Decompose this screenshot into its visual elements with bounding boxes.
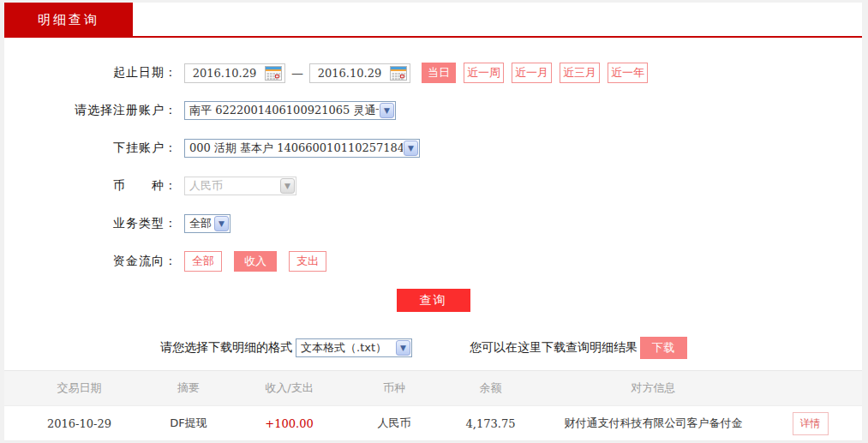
quick-range-month-button[interactable]: 近一月 — [512, 63, 552, 83]
currency-value: 人民币 — [185, 178, 223, 194]
cell-currency: 人民币 — [356, 416, 433, 431]
sub-account-row: 下挂账户： 000 活期 基本户 1406600101102571848 ▼ — [4, 138, 862, 159]
date-range-separator: — — [291, 66, 303, 80]
quick-range-quarter-button[interactable]: 近三月 — [560, 63, 600, 83]
fund-direction-income-button[interactable]: 收入 — [234, 251, 277, 272]
business-type-row: 业务类型： 全部 ▼ — [4, 213, 862, 234]
chevron-down-icon: ▼ — [214, 216, 229, 231]
currency-row: 币 种： 人民币 ▼ — [4, 176, 862, 196]
tab-detail-query[interactable]: 明细查询 — [4, 3, 133, 38]
calendar-icon — [265, 66, 282, 81]
detail-button[interactable]: 详情 — [793, 412, 829, 435]
sub-account-value: 000 活期 基本户 1406600101102571848 — [185, 141, 403, 156]
registered-account-select[interactable]: 南平 6222001406100921065 灵通卡 ▼ — [184, 101, 396, 120]
tab-bar: 明细查询 — [4, 3, 862, 38]
start-date-field — [184, 63, 285, 83]
results-table: 交易日期 摘要 收入/支出 币种 余额 对方信息 2016-10-29 DF提现… — [4, 370, 862, 441]
date-range-label: 起止日期： — [4, 65, 177, 81]
calendar-icon — [390, 66, 407, 81]
header-currency: 币种 — [356, 380, 433, 396]
quick-range-buttons: 当日 近一周 近一月 近三月 近一年 — [422, 63, 648, 83]
date-range-row: 起止日期： — [4, 63, 862, 83]
header-summary: 摘要 — [154, 380, 223, 396]
fund-direction-all-button[interactable]: 全部 — [184, 251, 222, 272]
business-type-select[interactable]: 全部 ▼ — [184, 214, 230, 233]
registered-account-label: 请选择注册账户： — [4, 103, 177, 118]
download-row: 请您选择下载明细的格式 文本格式（.txt） ▼ 您可以在这里下载查询明细结果 … — [160, 337, 862, 359]
cell-summary: DF提现 — [154, 416, 223, 431]
end-date-field — [309, 63, 410, 83]
registered-account-row: 请选择注册账户： 南平 6222001406100921065 灵通卡 ▼ — [4, 100, 862, 121]
download-format-label: 请您选择下载明细的格式 — [160, 340, 292, 356]
start-date-calendar-button[interactable] — [264, 65, 282, 81]
end-date-input[interactable] — [310, 65, 389, 81]
fund-direction-expense-button[interactable]: 支出 — [289, 251, 326, 272]
header-counterparty: 对方信息 — [548, 380, 758, 396]
cell-balance: 4,173.75 — [433, 417, 548, 430]
business-type-label: 业务类型： — [4, 216, 177, 231]
content-card: 明细查询 起止日期： — [4, 3, 862, 439]
quick-range-week-button[interactable]: 近一周 — [464, 63, 504, 83]
quick-range-today-button[interactable]: 当日 — [422, 63, 456, 83]
header-amount: 收入/支出 — [223, 380, 356, 396]
end-date-calendar-button[interactable] — [389, 65, 407, 81]
query-button[interactable]: 查询 — [397, 289, 470, 312]
cell-counterparty: 财付通支付科技有限公司客户备付金 — [548, 416, 758, 431]
header-balance: 余额 — [433, 380, 548, 396]
sub-account-select[interactable]: 000 活期 基本户 1406600101102571848 ▼ — [184, 139, 420, 158]
download-button[interactable]: 下载 — [640, 337, 687, 359]
chevron-down-icon: ▼ — [280, 178, 295, 194]
cell-amount: +100.00 — [223, 417, 356, 430]
header-date: 交易日期 — [4, 380, 154, 396]
query-form: 起止日期： — [4, 38, 862, 359]
start-date-input[interactable] — [185, 65, 264, 81]
table-header-row: 交易日期 摘要 收入/支出 币种 余额 对方信息 — [4, 371, 862, 405]
chevron-down-icon: ▼ — [396, 340, 410, 356]
table-row: 2016-10-29 DF提现 +100.00 人民币 4,173.75 财付通… — [4, 405, 862, 441]
currency-select: 人民币 ▼ — [184, 177, 296, 195]
fund-direction-options: 全部 收入 支出 — [184, 251, 326, 272]
chevron-down-icon: ▼ — [404, 141, 418, 156]
download-hint: 您可以在这里下载查询明细结果 — [470, 340, 638, 356]
fund-direction-row: 资金流向： 全部 收入 支出 — [4, 251, 862, 272]
currency-label: 币 种： — [4, 178, 177, 194]
quick-range-year-button[interactable]: 近一年 — [608, 63, 648, 83]
sub-account-label: 下挂账户： — [4, 141, 177, 156]
download-format-value: 文本格式（.txt） — [296, 340, 386, 356]
cell-date: 2016-10-29 — [4, 417, 154, 430]
business-type-value: 全部 — [185, 216, 212, 231]
fund-direction-label: 资金流向： — [4, 254, 177, 269]
registered-account-value: 南平 6222001406100921065 灵通卡 — [185, 103, 379, 118]
download-format-select[interactable]: 文本格式（.txt） ▼ — [296, 338, 412, 357]
chevron-down-icon: ▼ — [380, 103, 394, 118]
